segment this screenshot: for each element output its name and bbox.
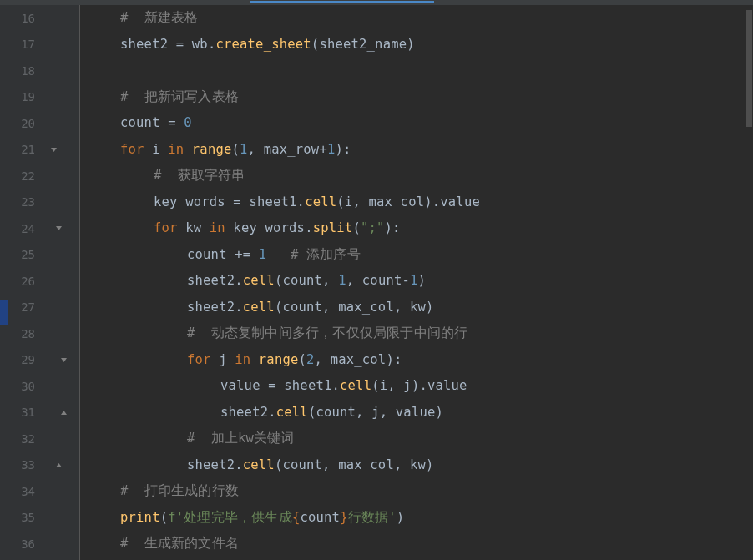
code-line[interactable]: sheet2 = wb.create_sheet(sheet2_name) bbox=[80, 32, 753, 58]
code-line[interactable]: # 加上kw关键词 bbox=[80, 426, 753, 452]
line-number: 23 bbox=[8, 189, 35, 216]
code-line[interactable]: sheet2.cell(count, j, value) bbox=[80, 400, 753, 426]
line-number: 35 bbox=[8, 505, 35, 532]
code-line[interactable]: # 把新词写入表格 bbox=[80, 84, 753, 111]
left-gutter bbox=[0, 5, 8, 560]
code-line[interactable]: sheet2.cell(count, 1, count-1) bbox=[80, 268, 753, 295]
line-number: 32 bbox=[8, 426, 35, 452]
active-tab-underline bbox=[250, 1, 434, 3]
code-line[interactable]: # 生成新的文件名 bbox=[80, 531, 753, 557]
line-number: 21 bbox=[8, 137, 35, 164]
line-number: 33 bbox=[8, 452, 35, 479]
code-line[interactable]: sheet2.cell(count, max_col, kw) bbox=[80, 452, 753, 479]
fold-toggle-icon[interactable] bbox=[54, 224, 63, 233]
line-number: 16 bbox=[8, 5, 35, 32]
fold-end-icon[interactable] bbox=[54, 461, 63, 470]
line-number: 29 bbox=[8, 347, 35, 374]
code-line[interactable]: sheet2.cell(count, max_col, kw) bbox=[80, 295, 753, 321]
line-number: 31 bbox=[8, 400, 35, 426]
code-editor: 16 17 18 19 20 21 22 23 24 25 26 27 28 2… bbox=[0, 0, 753, 560]
code-line[interactable]: value = sheet1.cell(i, j).value bbox=[80, 373, 753, 400]
line-number: 28 bbox=[8, 320, 35, 347]
code-line[interactable]: # 新建表格 bbox=[80, 5, 753, 32]
fold-column bbox=[47, 5, 80, 560]
line-number: 19 bbox=[8, 84, 35, 111]
code-line[interactable] bbox=[80, 58, 753, 84]
fold-toggle-icon[interactable] bbox=[49, 145, 58, 154]
code-line[interactable]: key_words = sheet1.cell(i, max_col).valu… bbox=[80, 189, 753, 216]
line-number: 22 bbox=[8, 163, 35, 189]
line-highlight-marker bbox=[0, 300, 8, 325]
line-number: 17 bbox=[8, 32, 35, 58]
code-line[interactable]: # 打印生成的行数 bbox=[80, 478, 753, 505]
line-number: 27 bbox=[8, 295, 35, 321]
scrollbar-track[interactable] bbox=[745, 10, 753, 560]
scrollbar-thumb[interactable] bbox=[746, 10, 752, 127]
line-number: 36 bbox=[8, 531, 35, 557]
code-line[interactable]: # 动态复制中间多行，不仅仅局限于中间的行 bbox=[80, 320, 753, 347]
line-number: 18 bbox=[8, 58, 35, 84]
code-line[interactable]: print(f'处理完毕，供生成{count}行数据') bbox=[80, 505, 753, 532]
code-area[interactable]: 16 17 18 19 20 21 22 23 24 25 26 27 28 2… bbox=[0, 5, 753, 560]
line-number: 34 bbox=[8, 478, 35, 505]
code-line[interactable]: for j in range(2, max_col): bbox=[80, 347, 753, 374]
code-line[interactable]: # 获取字符串 bbox=[80, 163, 753, 189]
code-line[interactable]: for kw in key_words.split(";"): bbox=[80, 215, 753, 242]
line-number: 20 bbox=[8, 110, 35, 137]
line-number: 24 bbox=[8, 215, 35, 242]
line-number: 30 bbox=[8, 373, 35, 400]
code-line[interactable]: count += 1 # 添加序号 bbox=[80, 242, 753, 269]
line-number: 25 bbox=[8, 242, 35, 269]
fold-toggle-icon[interactable] bbox=[59, 356, 68, 365]
line-number: 26 bbox=[8, 268, 35, 295]
line-number-gutter: 16 17 18 19 20 21 22 23 24 25 26 27 28 2… bbox=[8, 5, 47, 560]
fold-end-icon[interactable] bbox=[59, 408, 68, 417]
code-line[interactable]: for i in range(1, max_row+1): bbox=[80, 137, 753, 164]
code-line[interactable]: count = 0 bbox=[80, 110, 753, 137]
code-content[interactable]: # 新建表格 sheet2 = wb.create_sheet(sheet2_n… bbox=[80, 5, 753, 560]
